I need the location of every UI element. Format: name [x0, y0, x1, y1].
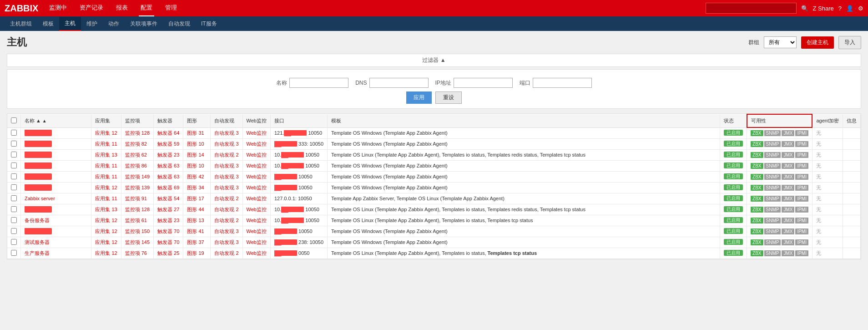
row-discovery[interactable]: 自动发现 2 [211, 248, 242, 259]
th-web[interactable]: Web监控 [242, 114, 270, 127]
web-link[interactable]: Web监控 [247, 228, 267, 234]
subnav-hostgroups[interactable]: 主机群组 [5, 17, 37, 30]
row-graphs[interactable]: 图形 34 [183, 182, 211, 193]
filter-apply-button[interactable]: 应用 [406, 91, 432, 104]
row-discovery[interactable]: 自动发现 3 [211, 160, 242, 171]
row-discovery[interactable]: 自动发现 3 [211, 182, 242, 193]
apps-link[interactable]: 应用集 13 [95, 152, 117, 157]
discovery-link[interactable]: 自动发现 3 [214, 141, 238, 147]
row-apps[interactable]: 应用集 12 [91, 182, 121, 193]
avail-zbx-btn[interactable]: ZBX [751, 218, 763, 223]
avail-jmx-btn[interactable]: JMX [782, 174, 794, 180]
items-link[interactable]: 监控项 150 [125, 228, 150, 234]
triggers-link[interactable]: 触发器 70 [157, 239, 179, 245]
web-link[interactable]: Web监控 [247, 152, 267, 157]
row-apps[interactable]: 应用集 12 [91, 248, 121, 259]
row-items[interactable]: 监控项 86 [121, 160, 153, 171]
avail-jmx-btn[interactable]: JMX [782, 250, 794, 256]
subnav-it-services[interactable]: IT服务 [196, 17, 222, 30]
avail-jmx-btn[interactable]: JMX [782, 185, 794, 191]
items-link[interactable]: 监控项 149 [125, 174, 150, 179]
avail-snmp-btn[interactable]: SNMP [764, 207, 781, 213]
triggers-link[interactable]: 触发器 69 [157, 185, 179, 190]
row-items[interactable]: 监控项 128 [121, 204, 153, 215]
discovery-link[interactable]: 自动发现 3 [214, 174, 238, 179]
avail-zbx-btn[interactable]: ZBX [751, 196, 763, 202]
row-discovery[interactable]: 自动发现 2 [211, 215, 242, 226]
avail-zbx-btn[interactable]: ZBX [751, 228, 763, 234]
avail-snmp-btn[interactable]: SNMP [764, 141, 781, 147]
row-checkbox[interactable] [11, 250, 17, 256]
row-graphs[interactable]: 图形 37 [183, 237, 211, 248]
items-link[interactable]: 监控项 128 [125, 207, 150, 212]
avail-snmp-btn[interactable]: SNMP [764, 130, 781, 136]
subnav-discovery[interactable]: 自动发现 [163, 17, 196, 30]
row-graphs[interactable]: 图形 17 [183, 193, 211, 204]
row-items[interactable]: 监控项 149 [121, 171, 153, 182]
th-status[interactable]: 状态 [720, 114, 747, 127]
avail-ipmi-btn[interactable]: IPMI [795, 207, 808, 213]
th-info[interactable]: 信息 [843, 114, 861, 127]
filter-ip-input[interactable] [454, 78, 513, 88]
triggers-link[interactable]: 触发器 63 [157, 174, 179, 179]
select-all-checkbox[interactable] [11, 117, 17, 123]
row-checkbox[interactable] [11, 130, 17, 136]
items-link[interactable]: 监控项 61 [125, 218, 147, 223]
triggers-link[interactable]: 触发器 64 [157, 130, 179, 136]
row-triggers[interactable]: 触发器 64 [154, 127, 183, 138]
discovery-link[interactable]: 自动发现 2 [214, 152, 238, 157]
discovery-link[interactable]: 自动发现 2 [214, 196, 238, 201]
filter-reset-button[interactable]: 重设 [435, 91, 462, 104]
avail-jmx-btn[interactable]: JMX [782, 207, 794, 213]
web-link[interactable]: Web监控 [247, 174, 267, 179]
row-checkbox[interactable] [11, 162, 17, 168]
avail-snmp-btn[interactable]: SNMP [764, 185, 781, 191]
th-apps[interactable]: 应用集 [91, 114, 121, 127]
nav-monitor[interactable]: 监测中 [47, 0, 69, 16]
apps-link[interactable]: 应用集 12 [95, 218, 117, 223]
apps-link[interactable]: 应用集 11 [95, 174, 117, 179]
row-graphs[interactable]: 图形 42 [183, 171, 211, 182]
row-graphs[interactable]: 图形 14 [183, 149, 211, 160]
row-discovery[interactable]: 自动发现 2 [211, 204, 242, 215]
row-items[interactable]: 监控项 82 [121, 138, 153, 149]
discovery-link[interactable]: 自动发现 2 [214, 218, 238, 223]
row-checkbox[interactable] [11, 152, 17, 157]
row-triggers[interactable]: 触发器 23 [154, 215, 183, 226]
items-link[interactable]: 监控项 82 [125, 141, 147, 147]
subnav-correlation[interactable]: 关联项事件 [125, 17, 163, 30]
th-discovery[interactable]: 自动发现 [211, 114, 242, 127]
avail-snmp-btn[interactable]: SNMP [764, 239, 781, 245]
apps-link[interactable]: 应用集 12 [95, 250, 117, 256]
row-discovery[interactable]: 自动发现 3 [211, 138, 242, 149]
th-graphs[interactable]: 图形 [183, 114, 211, 127]
discovery-link[interactable]: 自动发现 3 [214, 239, 238, 245]
row-discovery[interactable]: 自动发现 3 [211, 171, 242, 182]
avail-ipmi-btn[interactable]: IPMI [795, 130, 808, 136]
row-checkbox[interactable] [11, 239, 17, 245]
row-web[interactable]: Web监控 [242, 204, 270, 215]
row-triggers[interactable]: 触发器 54 [154, 193, 183, 204]
triggers-link[interactable]: 触发器 25 [157, 250, 179, 256]
avail-ipmi-btn[interactable]: IPMI [795, 218, 808, 223]
avail-jmx-btn[interactable]: JMX [782, 228, 794, 234]
nav-config[interactable]: 配置 [139, 0, 154, 16]
row-triggers[interactable]: 触发器 59 [154, 138, 183, 149]
search-icon[interactable]: 🔍 [801, 5, 808, 12]
row-items[interactable]: 监控项 62 [121, 149, 153, 160]
triggers-link[interactable]: 触发器 59 [157, 141, 179, 147]
apps-link[interactable]: 应用集 11 [95, 196, 117, 201]
items-link[interactable]: 监控项 139 [125, 185, 150, 190]
graphs-link[interactable]: 图形 41 [187, 228, 204, 234]
row-web[interactable]: Web监控 [242, 193, 270, 204]
items-link[interactable]: 监控项 128 [125, 130, 150, 136]
th-triggers[interactable]: 触发器 [154, 114, 183, 127]
avail-ipmi-btn[interactable]: IPMI [795, 185, 808, 191]
avail-snmp-btn[interactable]: SNMP [764, 163, 781, 169]
avail-ipmi-btn[interactable]: IPMI [795, 174, 808, 180]
host-name-link[interactable]: 生产服务器 [25, 250, 50, 256]
row-discovery[interactable]: 自动发现 3 [211, 226, 242, 237]
avail-zbx-btn[interactable]: ZBX [751, 207, 763, 213]
row-checkbox[interactable] [11, 206, 17, 212]
avail-ipmi-btn[interactable]: IPMI [795, 250, 808, 256]
